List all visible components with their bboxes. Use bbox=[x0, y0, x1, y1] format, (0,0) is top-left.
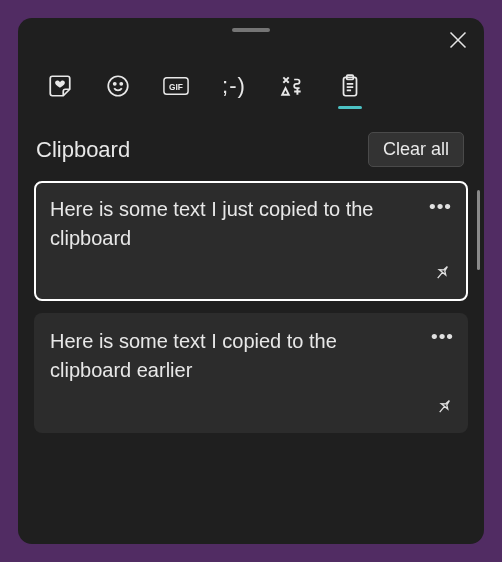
drag-handle[interactable] bbox=[232, 28, 270, 32]
svg-point-0 bbox=[108, 76, 128, 96]
gif-icon: GIF bbox=[163, 73, 189, 99]
svg-text:GIF: GIF bbox=[169, 82, 183, 92]
close-button[interactable] bbox=[448, 30, 468, 50]
page-title: Clipboard bbox=[36, 137, 130, 163]
symbols-icon bbox=[279, 73, 305, 99]
clipboard-item[interactable]: Here is some text I copied to the clipbo… bbox=[34, 313, 468, 433]
tab-gif[interactable]: GIF bbox=[160, 65, 192, 107]
tab-bar: GIF ;-) bbox=[34, 58, 468, 114]
more-icon: ••• bbox=[429, 196, 452, 217]
pin-icon bbox=[428, 259, 456, 287]
tab-symbols[interactable] bbox=[276, 65, 308, 107]
item-more-button[interactable]: ••• bbox=[429, 197, 452, 216]
close-icon bbox=[448, 30, 468, 50]
clipboard-item-text: Here is some text I copied to the clipbo… bbox=[50, 327, 452, 385]
item-pin-button[interactable] bbox=[434, 397, 454, 421]
kaomoji-icon: ;-) bbox=[222, 73, 246, 99]
clear-all-button[interactable]: Clear all bbox=[368, 132, 464, 167]
item-pin-button[interactable] bbox=[432, 263, 452, 287]
more-icon: ••• bbox=[431, 326, 454, 347]
pin-icon bbox=[430, 393, 458, 421]
tab-kaomoji[interactable]: ;-) bbox=[218, 65, 250, 107]
smiley-icon bbox=[105, 73, 131, 99]
clipboard-item-text: Here is some text I just copied to the c… bbox=[50, 195, 452, 253]
svg-point-1 bbox=[114, 83, 116, 85]
tab-stickers[interactable] bbox=[44, 65, 76, 107]
clipboard-list: Here is some text I just copied to the c… bbox=[34, 181, 468, 544]
tab-emoji[interactable] bbox=[102, 65, 134, 107]
section-header: Clipboard Clear all bbox=[34, 132, 468, 167]
svg-point-2 bbox=[120, 83, 122, 85]
item-more-button[interactable]: ••• bbox=[431, 327, 454, 346]
clipboard-item[interactable]: Here is some text I just copied to the c… bbox=[34, 181, 468, 301]
emoji-clipboard-panel: GIF ;-) Clipboard Clear all bbox=[18, 18, 484, 544]
tab-clipboard[interactable] bbox=[334, 65, 366, 107]
scrollbar-thumb[interactable] bbox=[477, 190, 480, 270]
clipboard-icon bbox=[337, 73, 363, 99]
sticker-heart-icon bbox=[47, 73, 73, 99]
